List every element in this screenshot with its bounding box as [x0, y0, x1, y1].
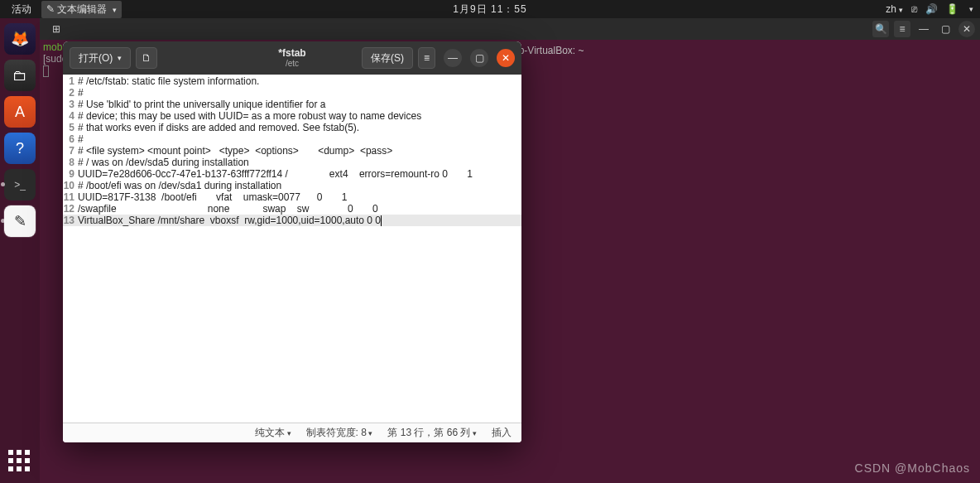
line-number: 2	[63, 87, 78, 99]
app-menu[interactable]: ✎ 文本编辑器 ▾	[41, 1, 122, 18]
editor-area[interactable]: 1# /etc/fstab: static file system inform…	[63, 75, 521, 423]
editor-line[interactable]: 4# device; this may be used with UUID= a…	[63, 110, 521, 122]
show-applications-button[interactable]	[8, 450, 31, 473]
editor-line[interactable]: 3# Use 'blkid' to print the universally …	[63, 99, 521, 110]
editor-line[interactable]: 13VirtualBox_Share /mnt/share vboxsf rw,…	[63, 215, 521, 226]
save-button[interactable]: 保存(S)	[362, 47, 413, 69]
line-text: # device; this may be used with UUID= as…	[78, 110, 521, 122]
editor-line[interactable]: 12/swapfile none swap sw 0 0	[63, 203, 521, 215]
text-editor-icon: ✎	[46, 3, 55, 15]
gedit-window: 打开(O) ▾ 🗋 *fstab /etc 保存(S) ≡ — ▢ ✕ 1# /…	[63, 41, 521, 442]
line-number: 4	[63, 110, 78, 122]
activities-button[interactable]: 活动	[7, 1, 36, 18]
editor-line[interactable]: 8# / was on /dev/sda5 during installatio…	[63, 157, 521, 168]
editor-line[interactable]: 1# /etc/fstab: static file system inform…	[63, 75, 521, 87]
text-cursor	[381, 215, 382, 226]
line-number: 11	[63, 191, 78, 203]
window-close-button[interactable]: ✕	[497, 49, 515, 67]
line-number: 10	[63, 180, 78, 191]
line-text: # that works even if disks are added and…	[78, 122, 521, 133]
dock: 🦊 🗀 A ? ✎	[0, 18, 40, 483]
editor-line[interactable]: 7# <file system> <mount point> <type> <o…	[63, 145, 521, 157]
chevron-down-icon: ▾	[118, 54, 122, 62]
minimize-button[interactable]: —	[915, 21, 932, 37]
terminal-new-tab-button[interactable]: ⊞	[48, 21, 65, 37]
line-text: # <file system> <mount point> <type> <op…	[78, 145, 521, 157]
editor-line[interactable]: 5# that works even if disks are added an…	[63, 122, 521, 133]
line-number: 5	[63, 122, 78, 133]
dock-app-help[interactable]: ?	[4, 133, 36, 164]
line-number: 3	[63, 99, 78, 110]
network-icon[interactable]: ⎚	[911, 3, 917, 15]
tab-width-selector[interactable]: 制表符宽度: 8	[306, 426, 373, 440]
app-menu-label: 文本编辑器	[57, 3, 107, 15]
line-text: # / was on /dev/sda5 during installation	[78, 157, 521, 168]
window-maximize-button[interactable]: ▢	[470, 49, 488, 67]
volume-icon[interactable]: 🔊	[925, 3, 938, 15]
editor-line[interactable]: 9UUID=7e28d606-0cc7-47e1-b137-63fff772ff…	[63, 168, 521, 180]
window-minimize-button[interactable]: —	[444, 49, 462, 67]
close-button[interactable]: ✕	[958, 21, 975, 37]
hamburger-icon[interactable]: ≡	[894, 21, 910, 37]
line-text: # /etc/fstab: static file system informa…	[78, 75, 521, 87]
terminal-cursor	[43, 65, 49, 77]
line-text: # /boot/efi was on /dev/sda1 during inst…	[78, 180, 521, 191]
top-panel: 活动 ✎ 文本编辑器 ▾ 1月9日 11：55 zh▾ ⎚ 🔊 🔋 ▾	[0, 0, 980, 18]
line-number: 6	[63, 133, 78, 145]
line-number: 12	[63, 203, 78, 215]
input-source[interactable]: zh▾	[886, 3, 903, 15]
gedit-headerbar: 打开(O) ▾ 🗋 *fstab /etc 保存(S) ≡ — ▢ ✕	[63, 41, 521, 75]
line-text: /swapfile none swap sw 0 0	[78, 203, 521, 215]
dock-app-files[interactable]: 🗀	[4, 60, 36, 91]
editor-line[interactable]: 2#	[63, 87, 521, 99]
dock-app-text-editor[interactable]: ✎	[4, 205, 36, 237]
line-number: 8	[63, 157, 78, 168]
document-path: /etc	[278, 59, 305, 68]
system-menu[interactable]: ▾	[969, 5, 973, 13]
line-text: VirtualBox_Share /mnt/share vboxsf rw,gi…	[78, 215, 521, 226]
line-text: #	[78, 87, 521, 99]
status-bar: 纯文本 制表符宽度: 8 第 13 行，第 66 列 插入	[63, 423, 521, 442]
new-document-button[interactable]: 🗋	[136, 47, 157, 69]
line-text: UUID=7e28d606-0cc7-47e1-b137-63fff772ff1…	[78, 168, 521, 180]
open-button-label: 打开(O)	[79, 51, 113, 65]
line-text: # Use 'blkid' to print the universally u…	[78, 99, 521, 110]
line-text: UUID=817F-3138 /boot/efi vfat umask=0077…	[78, 191, 521, 203]
insert-mode[interactable]: 插入	[492, 426, 512, 440]
open-button[interactable]: 打开(O) ▾	[70, 47, 131, 69]
gedit-title: *fstab /etc	[278, 48, 305, 68]
editor-line[interactable]: 10# /boot/efi was on /dev/sda1 during in…	[63, 180, 521, 191]
chevron-down-icon: ▾	[113, 6, 117, 14]
dock-app-terminal[interactable]	[4, 169, 36, 200]
dock-app-software[interactable]: A	[4, 96, 36, 128]
line-number: 1	[63, 75, 78, 87]
editor-line[interactable]: 11UUID=817F-3138 /boot/efi vfat umask=00…	[63, 191, 521, 203]
syntax-mode-selector[interactable]: 纯文本	[255, 426, 291, 440]
search-icon[interactable]: 🔍	[872, 21, 889, 37]
cursor-position[interactable]: 第 13 行，第 66 列	[387, 426, 477, 440]
line-number: 7	[63, 145, 78, 157]
dock-app-firefox[interactable]: 🦊	[4, 23, 36, 55]
editor-line[interactable]: 6#	[63, 133, 521, 145]
line-number: 13	[63, 215, 78, 226]
battery-icon[interactable]: 🔋	[946, 3, 958, 15]
document-title: *fstab	[278, 48, 305, 59]
watermark: CSDN @MobChaos	[855, 461, 970, 475]
line-text: #	[78, 133, 521, 145]
clock[interactable]: 1月9日 11：55	[453, 2, 526, 17]
maximize-button[interactable]: ▢	[937, 21, 954, 37]
hamburger-menu-button[interactable]: ≡	[418, 47, 435, 69]
line-number: 9	[63, 168, 78, 180]
